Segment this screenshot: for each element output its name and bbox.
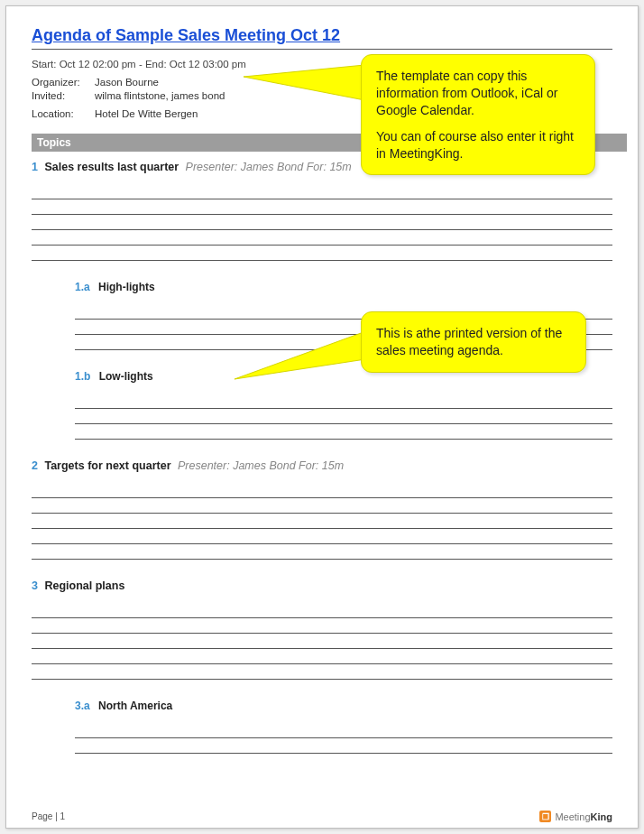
- location-value: Hotel De Witte Bergen: [95, 108, 198, 119]
- topic-1a: 1.a High-lights: [75, 281, 612, 293]
- topic-number: 3.a: [75, 700, 90, 712]
- title-divider: [32, 49, 612, 50]
- page-footer: Page | 1 ❐ MeetingKing: [32, 811, 612, 822]
- writing-lines: [32, 483, 612, 560]
- writing-lines: [75, 394, 612, 440]
- invited-value: wilma flintstone, james bond: [95, 90, 225, 101]
- brand-logo: ❐ MeetingKing: [539, 811, 612, 822]
- page-number: Page | 1: [32, 811, 65, 821]
- writing-lines: [32, 603, 612, 680]
- topic-number: 3: [32, 579, 38, 592]
- topic-title: Regional plans: [44, 579, 124, 592]
- brand-suffix: King: [591, 811, 612, 822]
- organizer-label: Organizer:: [32, 77, 95, 88]
- brand-icon: ❐: [539, 811, 551, 822]
- topic-number: 2: [32, 459, 38, 472]
- topic-title: Low-lights: [99, 370, 153, 383]
- callout-text: You can of course also enter it right in…: [376, 128, 580, 162]
- brand-text: MeetingKing: [555, 811, 612, 822]
- organizer-value: Jason Bourne: [95, 77, 159, 88]
- topic-presenter: Presenter: James Bond For: 15m: [178, 459, 344, 472]
- topic-title: Targets for next quarter: [44, 459, 170, 472]
- callout-text: The template can copy this information f…: [376, 68, 580, 119]
- topic-number: 1.a: [75, 281, 90, 293]
- annotation-callout-2: This is athe printed version of the sale…: [361, 311, 586, 373]
- invited-label: Invited:: [32, 90, 95, 101]
- topic-title: North America: [98, 700, 172, 712]
- topic-title: Sales results last quarter: [44, 161, 179, 173]
- topic-2: 2 Targets for next quarter Presenter: Ja…: [32, 459, 612, 472]
- agenda-title-link[interactable]: Agenda of Sample Sales Meeting Oct 12: [32, 26, 612, 45]
- writing-lines: [75, 723, 612, 754]
- location-label: Location:: [32, 108, 95, 119]
- topic-title: High-lights: [98, 281, 155, 293]
- callout-text: This is athe printed version of the sale…: [376, 325, 571, 359]
- topic-number: 1: [32, 161, 38, 173]
- topic-presenter: Presenter: James Bond For: 15m: [186, 161, 352, 173]
- brand-prefix: Meeting: [555, 811, 590, 822]
- annotation-callout-1: The template can copy this information f…: [361, 54, 595, 175]
- writing-lines: [32, 184, 612, 261]
- topic-3a: 3.a North America: [75, 700, 612, 712]
- topic-number: 1.b: [75, 370, 90, 383]
- topic-3: 3 Regional plans: [32, 579, 612, 592]
